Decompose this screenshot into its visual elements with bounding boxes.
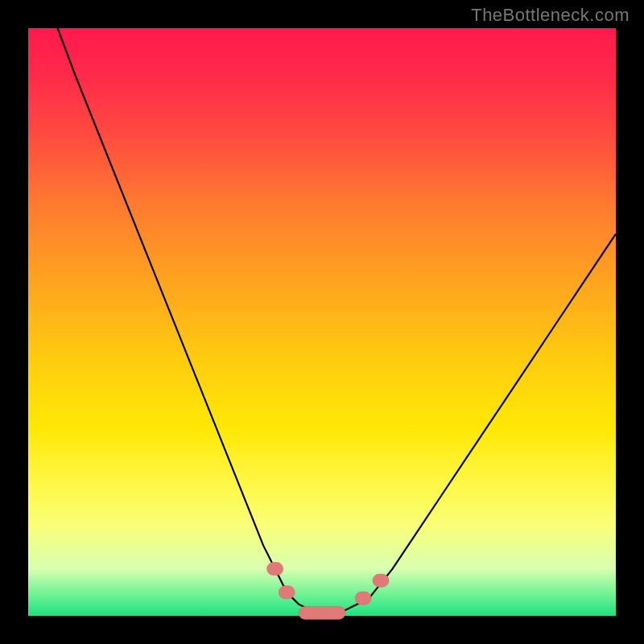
watermark-text: TheBottleneck.com <box>471 5 630 26</box>
bottleneck-curve <box>58 28 617 613</box>
curve-marker <box>299 606 345 619</box>
curve-marker <box>267 563 283 576</box>
chart-frame: TheBottleneck.com <box>0 0 644 644</box>
curve-marker <box>373 574 389 587</box>
plot-area <box>28 28 616 616</box>
marker-group <box>267 563 389 620</box>
curve-marker <box>279 586 295 599</box>
curve-svg <box>28 28 616 616</box>
curve-marker <box>355 592 371 605</box>
